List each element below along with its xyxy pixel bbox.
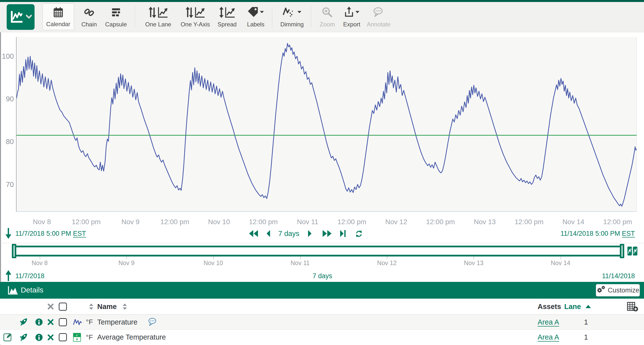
item-name[interactable]: Temperature <box>97 315 138 330</box>
spread-label: Spread <box>218 21 236 28</box>
annotation-bubble-icon[interactable] <box>148 315 158 330</box>
x-axis-tick-label: Nov 9 <box>110 218 152 226</box>
trend-view-menu-button[interactable] <box>7 4 34 30</box>
one-y-axis-button[interactable]: One Y-Axis <box>179 3 211 30</box>
sort-ascending-icon[interactable] <box>586 299 591 315</box>
timeline-tick <box>387 257 387 259</box>
one-lane-button[interactable]: One Lane <box>140 3 177 30</box>
trend-analysis-app: Calendar Chain Capsule One Lane On <box>0 0 644 345</box>
range-start-datetime[interactable]: 11/7/2018 5:00 PM EST <box>15 230 86 238</box>
annotate-button[interactable]: Annotate <box>365 3 392 30</box>
timeline-tick-label: Nov 12 <box>370 259 404 267</box>
toolbar-separator <box>272 6 272 28</box>
export-icon <box>344 6 354 18</box>
rocket-icon[interactable] <box>19 330 28 345</box>
info-icon[interactable] <box>35 315 43 330</box>
item-name[interactable]: Average Temperature <box>97 330 166 345</box>
details-title: Details <box>21 286 44 294</box>
y-axis-tick-label: 100 <box>0 52 14 60</box>
timeline-tick <box>40 257 40 259</box>
asset-link[interactable]: Area A <box>538 330 559 345</box>
row-checkbox[interactable] <box>59 318 67 326</box>
x-axis-tick-label: Nov 10 <box>198 218 240 226</box>
timeline-thumbnails-icon[interactable] <box>627 246 638 257</box>
timeline-end-date[interactable]: 11/14/2018 <box>602 272 635 280</box>
calendar-button[interactable]: Calendar <box>42 3 74 30</box>
step-forward-half-icon[interactable] <box>322 229 332 239</box>
select-all-checkbox[interactable] <box>59 303 67 311</box>
dimming-icon <box>283 6 296 18</box>
one-y-axis-icon <box>185 4 205 21</box>
trend-chart-svg <box>16 37 636 211</box>
step-back-icon[interactable] <box>266 229 270 239</box>
export-button[interactable]: Export <box>341 3 363 30</box>
chain-icon <box>84 4 94 21</box>
dimming-button[interactable]: Dimming <box>276 3 308 30</box>
refresh-icon[interactable] <box>355 230 363 239</box>
timeline-tick <box>300 257 301 259</box>
timezone-link[interactable]: EST <box>73 230 86 237</box>
one-y-axis-label: One Y-Axis <box>181 21 210 28</box>
step-forward-icon[interactable] <box>308 229 312 239</box>
remove-all-icon[interactable] <box>48 299 54 315</box>
section-divider <box>0 243 644 243</box>
step-back-half-icon[interactable] <box>248 229 258 239</box>
x-axis-tick-label: 12:00 pm <box>596 218 638 226</box>
step-to-end-icon[interactable] <box>340 229 346 239</box>
x-axis-tick-label: 12:00 pm <box>331 218 373 226</box>
zoom-button[interactable]: Zoom <box>316 3 338 30</box>
timeline-tick-label: Nov 9 <box>109 259 144 267</box>
add-column-icon[interactable] <box>627 299 638 315</box>
trend-chart-plot[interactable] <box>16 37 637 212</box>
x-axis-tick-label: 12:00 pm <box>65 218 107 226</box>
timeline-selected-range-bar[interactable] <box>14 246 622 257</box>
x-axis-tick-label: Nov 14 <box>552 218 594 226</box>
timeline-start-date[interactable]: 11/7/2018 <box>15 272 44 280</box>
spread-icon <box>218 4 236 21</box>
x-axis-tick-label: 12:00 pm <box>242 218 284 226</box>
zoom-label: Zoom <box>320 21 335 28</box>
range-duration[interactable]: 7 days <box>276 229 302 238</box>
timeline-tick-label: Nov 14 <box>543 259 578 267</box>
gears-icon <box>596 286 605 295</box>
x-axis-tick-label: Nov 11 <box>286 218 328 226</box>
range-end-datetime[interactable]: 11/14/2018 5:00 PM EST <box>560 230 635 238</box>
dimming-label: Dimming <box>280 21 304 28</box>
info-icon[interactable] <box>35 330 43 345</box>
asset-link[interactable]: Area A <box>538 315 559 330</box>
customize-label: Customize <box>608 287 639 294</box>
annotate-bubble-icon <box>373 4 384 21</box>
x-axis-tick-label: Nov 8 <box>21 218 63 226</box>
row-checkbox[interactable] <box>59 333 67 341</box>
area-chart-icon <box>8 286 18 297</box>
table-row: ✓x °F Average Temperature Area A 1 <box>0 330 644 345</box>
x-axis-tick-label: 12:00 pm <box>508 218 550 226</box>
column-header-lane[interactable]: Lane <box>564 299 581 315</box>
timeline-tick-label: Nov 10 <box>196 259 230 267</box>
labels-button[interactable]: Labels <box>244 3 268 30</box>
annotate-label: Annotate <box>367 21 390 28</box>
column-header-name: Name <box>97 299 117 315</box>
capsule-button[interactable]: Capsule <box>102 3 130 30</box>
range-start-arrow-icon <box>5 227 12 240</box>
timeline-tick <box>474 257 474 259</box>
timeline-left-handle[interactable] <box>12 244 16 258</box>
lane-value: 1 <box>584 315 588 330</box>
rocket-icon[interactable] <box>19 315 28 330</box>
timeline-duration[interactable]: 7 days <box>298 272 347 280</box>
customize-button[interactable]: Customize <box>596 284 640 297</box>
one-lane-label: One Lane <box>145 21 171 28</box>
spread-button[interactable]: Spread <box>214 3 240 30</box>
sort-icon[interactable] <box>89 299 94 315</box>
caret-down-icon <box>356 10 360 14</box>
y-axis-tick-label: 80 <box>0 138 14 146</box>
timeline-right-handle[interactable] <box>620 244 624 258</box>
remove-item-icon[interactable] <box>48 330 54 345</box>
timezone-link[interactable]: EST <box>622 230 635 237</box>
edit-formula-icon[interactable] <box>4 330 11 345</box>
toolbar-separator <box>135 6 135 28</box>
unit-label: °F <box>86 330 93 345</box>
remove-item-icon[interactable] <box>48 315 54 330</box>
chain-button[interactable]: Chain <box>78 3 100 30</box>
sort-icon[interactable] <box>122 299 127 315</box>
